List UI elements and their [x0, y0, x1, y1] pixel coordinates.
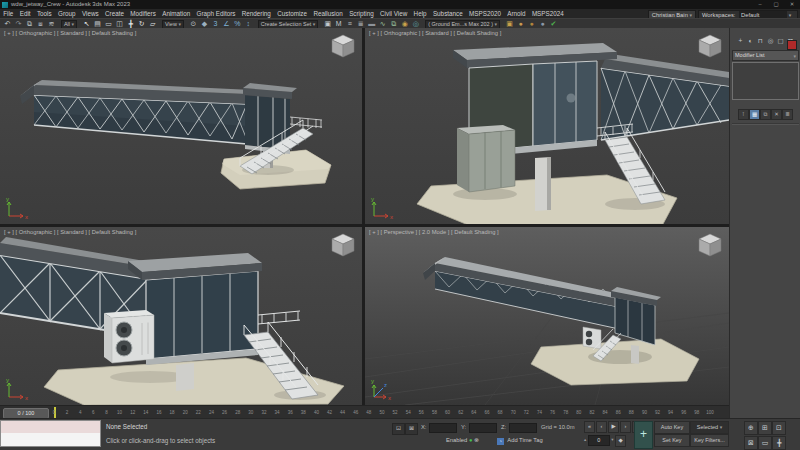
arnold-check-icon[interactable]: ✔: [548, 19, 559, 28]
layer-explorer-icon[interactable]: ≣: [355, 19, 366, 28]
pin-stack-icon[interactable]: ⊺: [738, 109, 749, 120]
adaptive-degradation-toggle[interactable]: Enabled ● ⊗: [446, 437, 479, 443]
viewcube[interactable]: [330, 232, 356, 258]
set-key-button[interactable]: Set Key: [654, 434, 690, 447]
viewport-top-left[interactable]: [ + ] [ Orthographic ] [ Standard ] [ De…: [0, 28, 362, 224]
frame-spinner-down[interactable]: ▾: [611, 435, 613, 444]
angle-snap-icon[interactable]: ∠: [221, 19, 232, 28]
menu-modifiers[interactable]: Modifiers: [127, 9, 159, 18]
viewport-label[interactable]: [ + ] [ Perspective ] [ 2.0 Mode ] [ Def…: [369, 229, 499, 235]
key-filters-button[interactable]: Key Filters...: [690, 434, 729, 447]
modifier-list-dropdown[interactable]: Modifier List ▾: [732, 50, 799, 61]
edit-named-selection-sets-icon[interactable]: ▣: [322, 19, 333, 28]
menu-views[interactable]: Views: [79, 9, 102, 18]
menu-substance[interactable]: Substance: [430, 9, 466, 18]
menu-animation[interactable]: Animation: [159, 9, 193, 18]
material-editor-icon[interactable]: ◉: [399, 19, 410, 28]
viewport-bottom-right[interactable]: [ + ] [ Perspective ] [ 2.0 Mode ] [ Def…: [365, 227, 729, 405]
viewport-top-right[interactable]: [ + ] [ Orthographic ] [ Standard ] [ De…: [365, 28, 729, 224]
zoom-extents-all-icon[interactable]: ⊠: [744, 436, 758, 450]
minimize-button[interactable]: –: [752, 0, 768, 9]
key-mode-toggle-icon[interactable]: ◆: [615, 435, 626, 447]
align-icon[interactable]: ≡: [344, 19, 355, 28]
mirror-icon[interactable]: M: [333, 19, 344, 28]
x-coord-field[interactable]: [429, 423, 457, 433]
play-icon[interactable]: ▶: [608, 421, 619, 433]
remove-modifier-icon[interactable]: ✕: [771, 109, 782, 120]
viewcube[interactable]: [697, 232, 723, 258]
menu-arnold[interactable]: Arnold: [504, 9, 529, 18]
auto-key-button[interactable]: Auto Key: [654, 421, 690, 434]
zoom-icon[interactable]: ⊕: [744, 421, 758, 435]
rectangular-selection-icon[interactable]: ▭: [103, 19, 114, 28]
close-button[interactable]: ✕: [784, 0, 800, 9]
menu-scripting[interactable]: Scripting: [346, 9, 377, 18]
show-end-result-icon[interactable]: ▦: [749, 109, 760, 120]
menu-customize[interactable]: Customize: [274, 9, 310, 18]
zoom-all-icon[interactable]: ⊞: [758, 421, 772, 435]
viewcube[interactable]: [697, 33, 723, 59]
select-and-move-icon[interactable]: ╋: [125, 19, 136, 28]
isolate-selection-toggle[interactable]: ⊡: [392, 423, 405, 435]
modifier-stack-list[interactable]: [732, 62, 799, 100]
menu-edit[interactable]: Edit: [17, 9, 34, 18]
unlink-selection-icon[interactable]: ⧈: [35, 19, 46, 28]
redo-icon[interactable]: ↷: [13, 19, 24, 28]
y-coord-field[interactable]: [469, 423, 497, 433]
viewport-label[interactable]: [ + ] [ Orthographic ] [ Standard ] [ De…: [4, 229, 136, 235]
use-pivot-point-icon[interactable]: ⊙: [188, 19, 199, 28]
key-selection-dropdown[interactable]: Selected ▾: [690, 421, 729, 434]
render-online-icon[interactable]: ●: [537, 19, 548, 28]
select-object-icon[interactable]: ↖: [81, 19, 92, 28]
window-crossing-icon[interactable]: ◫: [114, 19, 125, 28]
zoom-extents-icon[interactable]: ⊡: [772, 421, 786, 435]
menu-tools[interactable]: Tools: [34, 9, 55, 18]
circle-x-icon[interactable]: ⊗: [474, 437, 479, 443]
undo-icon[interactable]: ↶: [2, 19, 13, 28]
set-keys-button[interactable]: +: [634, 421, 653, 449]
z-coord-field[interactable]: [509, 423, 537, 433]
menu-civil-view[interactable]: Civil View: [377, 9, 411, 18]
zoom-region-icon[interactable]: ▭: [758, 436, 772, 450]
rendered-frame-window-icon[interactable]: ▣: [504, 19, 515, 28]
percent-snap-icon[interactable]: %: [232, 19, 243, 28]
pan-icon[interactable]: ╋: [772, 436, 786, 450]
object-color-swatch[interactable]: [787, 40, 797, 50]
add-time-tag-button[interactable]: ◔ Add Time Tag: [497, 437, 543, 445]
snap-toggle-3d-icon[interactable]: 3: [210, 19, 221, 28]
menu-msps2020[interactable]: MSPS2020: [466, 9, 504, 18]
render-setup-icon[interactable]: ◎: [410, 19, 421, 28]
menu-msps2024[interactable]: MSPS2024: [529, 9, 567, 18]
viewport-label[interactable]: [ + ] [ Orthographic ] [ Standard ] [ De…: [369, 30, 501, 36]
select-and-link-icon[interactable]: ⧉: [24, 19, 35, 28]
go-to-start-icon[interactable]: «: [584, 421, 595, 433]
bind-to-space-warp-icon[interactable]: ≋: [46, 19, 57, 28]
menu-group[interactable]: Group: [55, 9, 79, 18]
previous-frame-icon[interactable]: ‹: [596, 421, 607, 433]
select-and-manipulate-icon[interactable]: ◆: [199, 19, 210, 28]
next-frame-icon[interactable]: ›: [620, 421, 631, 433]
viewport-label[interactable]: [ + ] [ Orthographic ] [ Standard ] [ De…: [4, 30, 136, 36]
select-by-name-icon[interactable]: ▤: [92, 19, 103, 28]
render-iterative-icon[interactable]: ●: [526, 19, 537, 28]
frame-spinner-up[interactable]: ▴: [584, 435, 586, 444]
curve-editor-icon[interactable]: ∿: [377, 19, 388, 28]
configure-modifier-sets-icon[interactable]: ≣: [782, 109, 793, 120]
menu-rendering[interactable]: Rendering: [239, 9, 274, 18]
make-unique-icon[interactable]: ⧉: [760, 109, 771, 120]
current-frame-field[interactable]: 0: [588, 435, 610, 446]
viewport-bottom-left[interactable]: [ + ] [ Orthographic ] [ Standard ] [ De…: [0, 227, 362, 405]
menu-file[interactable]: File: [0, 9, 17, 18]
render-production-icon[interactable]: ●: [515, 19, 526, 28]
menu-graph-editors[interactable]: Graph Editors: [193, 9, 238, 18]
schematic-view-icon[interactable]: ⧉: [388, 19, 399, 28]
select-and-rotate-icon[interactable]: ↻: [136, 19, 147, 28]
menu-help[interactable]: Help: [410, 9, 429, 18]
toggle-ribbon-icon[interactable]: ▬: [366, 19, 377, 28]
maximize-button[interactable]: ▢: [768, 0, 784, 9]
select-and-scale-icon[interactable]: ▱: [147, 19, 158, 28]
timeline-track-bar[interactable]: 0 / 100 02468101214161820222426283032343…: [0, 405, 729, 419]
viewcube[interactable]: [330, 33, 356, 59]
spinner-snap-icon[interactable]: ↕: [243, 19, 254, 28]
maxscript-mini-listener[interactable]: [0, 433, 101, 447]
